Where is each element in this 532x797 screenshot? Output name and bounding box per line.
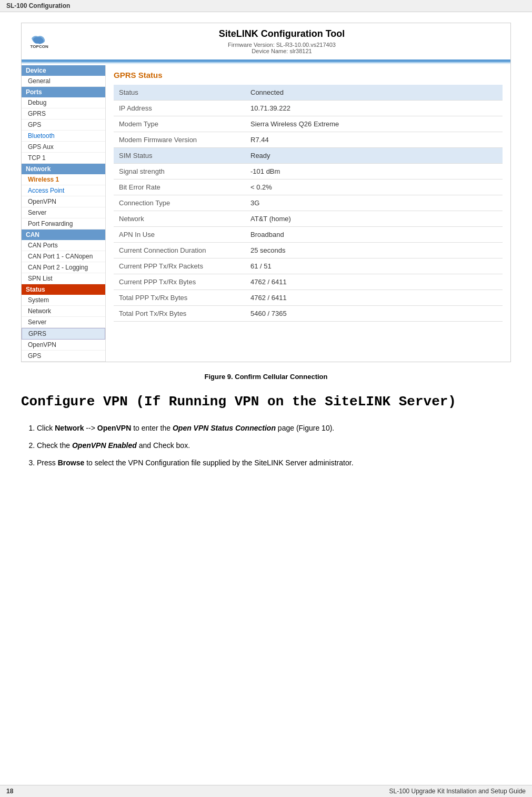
bold-text: OpenVPN xyxy=(97,424,132,432)
row-value: 10.71.39.222 xyxy=(245,101,503,116)
table-row: Connection Type3G xyxy=(114,195,503,211)
bold-italic-text: OpenVPN Enabled xyxy=(72,441,137,450)
row-value: Ready xyxy=(245,148,503,164)
sidebar: Device General Ports Debug GPRS GPS Blue… xyxy=(22,65,106,362)
table-row: IP Address10.71.39.222 xyxy=(114,101,503,116)
normal-text: to enter the xyxy=(131,424,173,432)
normal-text: page (Figure 10). xyxy=(276,424,334,432)
table-row: Total PPP Tx/Rx Bytes4762 / 6411 xyxy=(114,290,503,306)
sitelink-title: SiteLINK Configuration Tool xyxy=(61,28,503,39)
sidebar-section-network: Network xyxy=(22,164,105,174)
row-value: R7.44 xyxy=(245,132,503,148)
row-value: 61 / 51 xyxy=(245,258,503,274)
sidebar-item-wireless1[interactable]: Wireless 1 xyxy=(22,174,105,185)
row-label: IP Address xyxy=(114,101,245,116)
row-value: AT&T (home) xyxy=(245,211,503,227)
table-row: Modem Firmware VersionR7.44 xyxy=(114,132,503,148)
list-item: Check the OpenVPN Enabled and Check box. xyxy=(37,439,511,452)
table-row: Signal strength-101 dBm xyxy=(114,164,503,180)
sidebar-item-openvpn-status[interactable]: OpenVPN xyxy=(22,340,105,351)
row-label: Current PPP Tx/Rx Packets xyxy=(114,258,245,274)
sidebar-section-ports: Ports xyxy=(22,87,105,97)
normal-text: to select the VPN Configuration file sup… xyxy=(84,459,353,467)
sidebar-item-can-ports[interactable]: CAN Ports xyxy=(22,240,105,251)
sitelink-box: TOPCON SiteLINK Configuration Tool Firmw… xyxy=(21,23,511,362)
row-value: Broadband xyxy=(245,227,503,243)
table-row: Current PPP Tx/Rx Packets61 / 51 xyxy=(114,258,503,274)
figure-caption: Figure 9. Confirm Cellular Connection xyxy=(21,373,511,381)
sidebar-section-device: Device xyxy=(22,65,105,76)
row-label: SIM Status xyxy=(114,148,245,164)
sidebar-item-general[interactable]: General xyxy=(22,76,105,87)
sidebar-item-bluetooth[interactable]: Bluetooth xyxy=(22,131,105,142)
row-value: 25 seconds xyxy=(245,243,503,258)
normal-text: Click xyxy=(37,424,55,432)
bold-italic-text: Open VPN Status Connection xyxy=(173,424,276,432)
row-value: Sierra Wireless Q26 Extreme xyxy=(245,116,503,132)
row-label: Total PPP Tx/Rx Bytes xyxy=(114,290,245,306)
table-row: APN In UseBroadband xyxy=(114,227,503,243)
sidebar-item-network[interactable]: Network xyxy=(22,306,105,317)
row-label: Modem Firmware Version xyxy=(114,132,245,148)
main-panel: GPRS Status StatusConnectedIP Address10.… xyxy=(106,65,510,362)
row-value: 5460 / 7365 xyxy=(245,306,503,322)
sidebar-item-gps[interactable]: GPS xyxy=(22,119,105,131)
sidebar-item-access-point[interactable]: Access Point xyxy=(22,185,105,196)
row-label: Connection Type xyxy=(114,195,245,211)
page-number: 18 xyxy=(6,788,13,795)
table-row: NetworkAT&T (home) xyxy=(114,211,503,227)
panel-title: GPRS Status xyxy=(114,71,503,79)
sidebar-section-can: CAN xyxy=(22,230,105,240)
sidebar-item-spn-list[interactable]: SPN List xyxy=(22,273,105,284)
row-value: 4762 / 6411 xyxy=(245,274,503,290)
table-row: Bit Error Rate< 0.2% xyxy=(114,180,503,195)
sidebar-item-debug[interactable]: Debug xyxy=(22,97,105,108)
normal-text: Press xyxy=(37,459,58,467)
sidebar-item-gps-status[interactable]: GPS xyxy=(22,351,105,362)
row-value: Connected xyxy=(245,85,503,101)
normal-text: and Check box. xyxy=(137,441,190,450)
firmware-info: Firmware Version: SL-R3-10.00.vs217403 D… xyxy=(61,42,503,54)
list-item: Press Browse to select the VPN Configura… xyxy=(37,456,511,470)
topcon-logo: TOPCON xyxy=(29,34,51,49)
steps-list: Click Network --> OpenVPN to enter the O… xyxy=(21,422,511,470)
sidebar-item-system[interactable]: System xyxy=(22,295,105,306)
row-label: Bit Error Rate xyxy=(114,180,245,195)
sidebar-item-server[interactable]: Server xyxy=(22,207,105,218)
row-label: Total Port Tx/Rx Bytes xyxy=(114,306,245,322)
row-label: Modem Type xyxy=(114,116,245,132)
table-row: StatusConnected xyxy=(114,85,503,101)
sitelink-title-area: SiteLINK Configuration Tool Firmware Ver… xyxy=(61,28,503,54)
page-header: SL-100 Configuration xyxy=(0,0,532,12)
row-label: Current Connection Duration xyxy=(114,243,245,258)
row-value: < 0.2% xyxy=(245,180,503,195)
firmware-version: Firmware Version: SL-R3-10.00.vs217403 xyxy=(228,42,336,48)
section-heading: Configure VPN (If Running VPN on the Sit… xyxy=(21,393,511,411)
row-label: Network xyxy=(114,211,245,227)
normal-text: --> xyxy=(84,424,97,432)
sidebar-item-gps-aux[interactable]: GPS Aux xyxy=(22,142,105,153)
row-label: Current PPP Tx/Rx Bytes xyxy=(114,274,245,290)
bold-text: Browse xyxy=(58,459,85,467)
table-row: Total Port Tx/Rx Bytes5460 / 7365 xyxy=(114,306,503,322)
sitelink-header: TOPCON SiteLINK Configuration Tool Firmw… xyxy=(22,23,510,61)
list-item: Click Network --> OpenVPN to enter the O… xyxy=(37,422,511,435)
sidebar-item-can-port2[interactable]: CAN Port 2 - Logging xyxy=(22,262,105,273)
sidebar-item-tcp1[interactable]: TCP 1 xyxy=(22,153,105,164)
row-value: -101 dBm xyxy=(245,164,503,180)
sidebar-item-openvpn[interactable]: OpenVPN xyxy=(22,196,105,207)
sitelink-body: Device General Ports Debug GPRS GPS Blue… xyxy=(22,65,510,362)
sidebar-item-port-forwarding[interactable]: Port Forwarding xyxy=(22,218,105,230)
device-name: Device Name: slr38121 xyxy=(252,48,312,54)
normal-text: Check the xyxy=(37,441,72,450)
svg-text:TOPCON: TOPCON xyxy=(31,44,48,49)
status-table: StatusConnectedIP Address10.71.39.222Mod… xyxy=(114,85,503,322)
row-value: 4762 / 6411 xyxy=(245,290,503,306)
content-area: TOPCON SiteLINK Configuration Tool Firmw… xyxy=(0,12,532,505)
footer-right-text: SL-100 Upgrade Kit Installation and Setu… xyxy=(389,788,526,795)
sidebar-item-can-port1[interactable]: CAN Port 1 - CANopen xyxy=(22,251,105,262)
sidebar-item-gprs[interactable]: GPRS xyxy=(22,108,105,119)
sidebar-item-gprs-status[interactable]: GPRS xyxy=(22,328,105,340)
page-header-title: SL-100 Configuration xyxy=(6,2,70,9)
sidebar-item-server-status[interactable]: Server xyxy=(22,317,105,328)
